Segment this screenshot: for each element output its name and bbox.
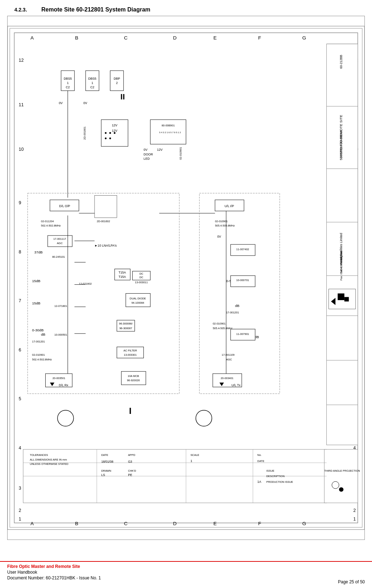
svg-text:DESCRIPTION: DESCRIPTION [266,475,285,478]
svg-text:13-003301: 13-003301 [124,353,137,356]
svg-text:12V: 12V [157,148,163,151]
svg-text:0V: 0V [217,235,221,238]
svg-text:D: D [173,35,177,41]
svg-text:02-010901: 02-010901 [213,322,226,325]
svg-text:DC: DC [139,276,143,279]
svg-text:12V: 12V [112,123,118,127]
svg-text:dB: dB [41,332,46,336]
svg-text:11: 11 [19,102,24,107]
svg-text:5 4 3 2 1 6 5 7 9 5 1 2: 5 4 3 2 1 6 5 7 9 5 1 2 [159,131,181,134]
svg-text:0V: 0V [144,148,148,151]
svg-rect-63 [110,71,123,91]
svg-text:10-000701: 10-000701 [236,279,249,282]
svg-text:D/L Rx: D/L Rx [59,383,69,387]
svg-text:dB: dB [235,304,240,308]
svg-text:502.4-502.8MHz: 502.4-502.8MHz [41,224,61,227]
svg-text:T15A: T15A [119,271,126,274]
svg-text:9: 9 [19,200,21,205]
svg-point-73 [114,132,115,134]
svg-text:17-001201: 17-001201 [226,311,239,314]
svg-text:94-100084: 94-100084 [132,301,144,304]
svg-text:10: 10 [19,147,24,152]
svg-rect-52 [338,293,345,300]
svg-text:SCALE: SCALE [190,454,199,457]
svg-text:1: 1 [190,459,192,463]
svg-text:AGC: AGC [226,358,232,361]
svg-text:C: C [124,521,128,526]
svg-text:F: F [258,35,261,41]
svg-text:80-245101: 80-245101 [52,255,65,258]
svg-text:11-007402: 11-007402 [236,248,249,251]
svg-text:DBP: DBP [114,77,120,80]
svg-text:AGC: AGC [57,242,63,245]
svg-text:0V: 0V [59,101,63,105]
svg-text:2: 2 [19,508,21,513]
svg-rect-87 [95,195,117,218]
svg-text:3: 3 [19,486,21,491]
system-diagram: A B C D E F G 12 11 10 9 8 7 6 5 4 3 2 1… [8,16,364,540]
svg-text:U/L I/P: U/L I/P [225,204,234,208]
svg-text:96-300066/: 96-300066/ [119,322,133,325]
svg-text:E: E [213,521,217,526]
svg-text:UNLESS OTHERWISE STATED: UNLESS OTHERWISE STATED [30,462,69,466]
svg-point-71 [105,132,107,134]
svg-text:13-003011: 13-003011 [135,281,148,284]
svg-text:LS: LS [101,473,105,477]
svg-point-131 [196,410,212,426]
page-footer: Fibre Optic Master and Remote Site User … [0,561,372,588]
svg-text:505.4-505.8MHz: 505.4-505.8MHz [215,224,235,227]
svg-text:Fax: 01494 777002: Fax: 01494 777002 [340,257,343,280]
svg-text:02-010901: 02-010901 [179,147,182,160]
svg-text:G: G [302,521,306,526]
page-header: 4.2.3. Remote Site 60-212801 System Diag… [0,0,372,16]
svg-text:96-300067: 96-300067 [119,327,132,330]
svg-text:60-212BB: 60-212BB [339,55,343,69]
svg-point-72 [109,132,111,134]
svg-text:12-021802: 12-021802 [79,282,92,285]
svg-text:80-00B901: 80-00B901 [162,124,175,127]
svg-text:PRODUCTION ISSUE: PRODUCTION ISSUE [266,480,293,484]
svg-text:B: B [75,521,78,526]
svg-text:T15A: T15A [119,275,126,279]
svg-text:02-010901: 02-010901 [215,220,228,223]
svg-text:ISSUE: ISSUE [266,469,274,472]
svg-text:02-011204: 02-011204 [41,220,54,223]
svg-text:4: 4 [19,445,21,451]
svg-point-130 [58,410,74,426]
svg-text:17-001117: 17-001117 [53,237,66,241]
svg-text:SYSTEM DIAGRAM: SYSTEM DIAGRAM [339,130,343,158]
svg-text:ALL DIMENSIONS ARE IN mm: ALL DIMENSIONS ARE IN mm [30,458,67,461]
svg-text:15dB: 15dB [32,279,41,283]
svg-text:CHK'D: CHK'D [128,469,136,472]
svg-text:E: E [213,35,217,41]
footer-page-number: Page 25 of 50 [338,579,365,587]
svg-text:2: 2 [116,81,118,85]
svg-point-75 [109,137,111,139]
svg-text:12: 12 [19,58,24,63]
svg-text:37dB: 37dB [34,250,43,254]
svg-rect-107 [126,293,150,307]
svg-text:F: F [258,521,261,526]
svg-text:DATE: DATE [257,459,264,463]
svg-text:No.: No. [257,454,262,457]
svg-text:6: 6 [19,347,21,353]
svg-text:5: 5 [19,396,21,401]
svg-text:1: 1 [19,517,21,522]
footer-subtitle: User Handbook [7,570,101,575]
svg-text:B: B [75,35,78,41]
svg-text:0-30dB: 0-30dB [32,328,43,332]
svg-text:502.4-502.8MHz: 502.4-502.8MHz [32,358,52,361]
svg-text:18/01/08: 18/01/08 [101,460,114,463]
svg-text:505.4-505.8MHz: 505.4-505.8MHz [213,327,233,330]
svg-text:DUAL DIODE: DUAL DIODE [130,297,146,300]
section-title: Remote Site 60-212801 System Diagram [41,6,150,13]
svg-text:G: G [302,35,306,41]
svg-point-176 [339,487,343,491]
svg-text:20-003501: 20-003501 [52,377,65,380]
svg-text:AC FILTER: AC FILTER [124,349,137,352]
svg-text:2D-001601: 2D-001601 [83,126,86,140]
svg-text:DOOR: DOOR [144,153,153,156]
svg-text:II: II [120,93,125,102]
svg-text:12-071801: 12-071801 [54,304,67,308]
svg-text:DBS5: DBS5 [64,77,72,80]
